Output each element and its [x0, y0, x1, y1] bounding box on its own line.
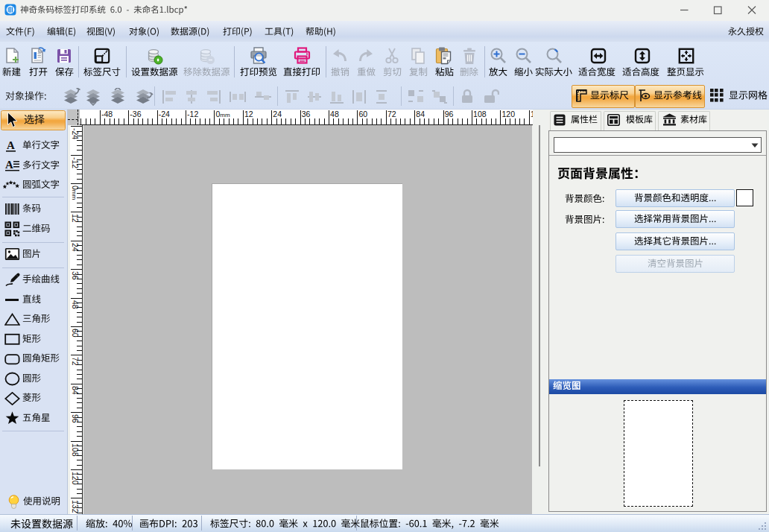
svg-text:A: A — [5, 159, 13, 171]
svg-text:A: A — [7, 139, 15, 151]
